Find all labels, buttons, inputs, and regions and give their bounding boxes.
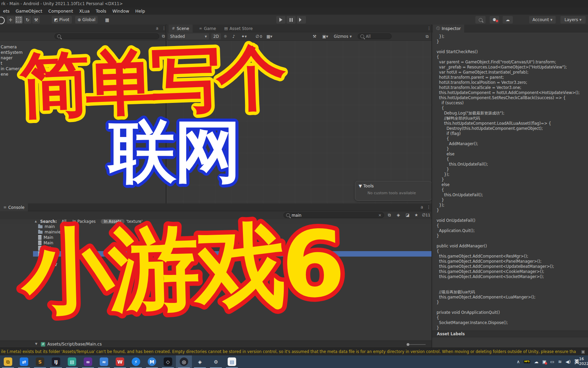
move-tool-icon[interactable]: ✛ bbox=[7, 16, 14, 24]
menu-item[interactable]: Help bbox=[132, 8, 148, 15]
sublime-text-icon[interactable]: S bbox=[32, 355, 48, 368]
visual-studio-icon[interactable]: ∞ bbox=[80, 355, 96, 368]
unity-hub-icon[interactable]: ◇ bbox=[160, 355, 176, 368]
hierarchy-item-fragment[interactable]: ene bbox=[1, 72, 22, 77]
filter-in-assets[interactable]: In Assets bbox=[101, 219, 125, 224]
hierarchy-item-fragment[interactable]: in Camera bbox=[1, 66, 22, 72]
asset-labels-header[interactable]: Asset Labels bbox=[432, 331, 588, 337]
scene-tools-icon[interactable]: ⚒ bbox=[311, 33, 318, 40]
menu-item[interactable]: ets bbox=[0, 8, 13, 15]
effects-dropdown-icon[interactable]: ✦ ▼ bbox=[240, 33, 248, 40]
asset-type-icon[interactable]: ◈ bbox=[397, 212, 400, 218]
hierarchy-item-fragment[interactable]: nager bbox=[1, 55, 22, 61]
custom-tool-icon[interactable]: ⚒ bbox=[32, 16, 40, 24]
settings-icon[interactable]: ⚙ bbox=[208, 355, 224, 368]
rect-tool-icon[interactable] bbox=[15, 16, 22, 24]
hierarchy-item-fragment[interactable]: t bbox=[1, 61, 22, 66]
global-toggle-button[interactable]: ⊕ Global bbox=[75, 16, 98, 24]
notepad-icon[interactable]: ▤ bbox=[224, 355, 240, 368]
hierarchy-search-input[interactable] bbox=[63, 34, 157, 39]
teamviewer-icon[interactable]: ⇄ bbox=[16, 355, 32, 368]
filter-all[interactable]: All bbox=[62, 219, 66, 224]
project-search-field[interactable]: × bbox=[283, 212, 384, 218]
lighting-toggle-icon[interactable]: ☼ bbox=[222, 33, 229, 40]
project-result-row[interactable]: Main bbox=[33, 251, 431, 257]
view-tool-icon[interactable] bbox=[0, 17, 5, 24]
m-app-icon[interactable]: M bbox=[144, 355, 160, 368]
status-message[interactable]: ile (.meta) exists but its folder 'Asset… bbox=[1, 349, 576, 354]
onedrive-cloud-icon[interactable]: ☁ bbox=[534, 359, 538, 364]
blue-swoosh-app-icon[interactable]: ≈ bbox=[96, 355, 112, 368]
lock-icon[interactable]: a bbox=[421, 205, 423, 210]
file-explorer-icon[interactable]: ⧉ bbox=[0, 355, 16, 368]
hierarchy-search-field[interactable] bbox=[54, 33, 159, 39]
open-asset-icon[interactable]: ⧉ bbox=[388, 212, 391, 218]
hidden-count-icon[interactable]: ∅11 bbox=[422, 212, 430, 218]
filter-in-packages[interactable]: In Packages bbox=[72, 219, 96, 224]
tab-scene[interactable]: # Scene bbox=[168, 25, 193, 32]
tab-inspector[interactable]: ⓘ Inspector bbox=[433, 25, 464, 32]
breadcrumb-arrow-icon[interactable]: ▼ bbox=[35, 342, 37, 346]
scene-viewport[interactable]: ▼ Tools No custom tools available bbox=[167, 41, 431, 203]
lock-icon[interactable]: a bbox=[156, 26, 158, 31]
menu-item[interactable]: GameObject bbox=[13, 8, 45, 15]
menu-item[interactable]: Tools bbox=[93, 8, 110, 15]
maximize-icon[interactable]: ⧉ bbox=[426, 34, 429, 39]
favorites-filter-icon[interactable]: ★ bbox=[414, 212, 418, 218]
panel-menu-icon[interactable]: ⋮ bbox=[427, 26, 431, 31]
label-filter-icon[interactable]: ◪ bbox=[406, 212, 409, 218]
card-app-icon[interactable]: ▤ bbox=[64, 355, 80, 368]
layers-dropdown[interactable]: Layers▼ bbox=[560, 16, 586, 24]
menu-item[interactable]: Window bbox=[109, 8, 132, 15]
project-search-input[interactable] bbox=[292, 213, 377, 218]
menu-item[interactable]: XLua bbox=[76, 8, 93, 15]
slider-handle[interactable] bbox=[407, 343, 409, 346]
pause-button[interactable] bbox=[287, 16, 296, 24]
obs-studio-icon[interactable]: ◎ bbox=[176, 355, 192, 368]
ime-english-icon[interactable]: 英 bbox=[574, 359, 579, 365]
tools-overlay-header[interactable]: ▼ Tools bbox=[359, 183, 374, 188]
console-status-icon[interactable]: ▣ bbox=[581, 349, 585, 354]
tab-asset-store[interactable]: ▤ Asset Store bbox=[221, 25, 256, 32]
thumbnail-zoom-slider[interactable] bbox=[407, 344, 426, 345]
project-result-row[interactable]: Main bbox=[33, 240, 431, 246]
tab-console[interactable]: ≡ Console bbox=[0, 203, 28, 211]
project-result-row[interactable]: mainvie bbox=[33, 229, 431, 235]
collapse-arrow-icon[interactable]: ▲ bbox=[35, 220, 37, 223]
shading-mode-dropdown[interactable]: Shaded ▼ bbox=[168, 33, 209, 40]
hfs-icon[interactable]: HFS bbox=[524, 360, 530, 364]
display-alert-icon[interactable]: ▣ bbox=[542, 359, 546, 364]
play-button[interactable] bbox=[276, 16, 285, 24]
gizmos-dropdown[interactable]: Gizmos▼ bbox=[332, 33, 356, 40]
rotate-tool-icon[interactable]: ↻ bbox=[24, 16, 31, 24]
panel-menu-icon[interactable]: ⋮ bbox=[162, 26, 166, 31]
thunder-icon[interactable]: ⚡ bbox=[128, 355, 144, 368]
clear-search-icon[interactable]: × bbox=[378, 213, 381, 217]
battery-icon[interactable]: ▭ bbox=[550, 359, 554, 364]
cloud-button[interactable]: ☁ bbox=[503, 16, 513, 24]
account-dropdown[interactable]: Account▼ bbox=[529, 16, 556, 24]
menu-item[interactable]: Component bbox=[45, 8, 76, 15]
scene-search-field[interactable]: All bbox=[358, 33, 392, 39]
project-result-row[interactable]: MainV bbox=[33, 257, 431, 262]
taskbar-clock[interactable]: 16 2022 bbox=[579, 357, 588, 366]
intellij-idea-icon[interactable]: IJ bbox=[48, 355, 64, 368]
project-result-row[interactable]: Main bbox=[33, 246, 431, 251]
unity-editor-icon[interactable]: ◈ bbox=[192, 355, 208, 368]
editor-search-button[interactable] bbox=[475, 16, 486, 24]
hierarchy-item-fragment[interactable]: Camera bbox=[1, 44, 22, 50]
pivot-toggle-button[interactable]: ◩ Pivot bbox=[52, 16, 72, 24]
panel-menu-icon[interactable]: ⋮ bbox=[427, 205, 431, 210]
hidden-objects-icon[interactable]: ∅0 bbox=[254, 33, 263, 40]
tab-game[interactable]: ∞ Game bbox=[196, 25, 219, 32]
project-result-row[interactable]: Main bbox=[33, 235, 431, 240]
project-result-row[interactable]: MainV bbox=[33, 262, 431, 267]
wifi-icon[interactable]: ≋ bbox=[558, 359, 562, 364]
wps-office-icon[interactable]: W bbox=[112, 355, 128, 368]
project-result-row[interactable]: main bbox=[33, 224, 431, 229]
grid-snap-icon[interactable]: ▦ bbox=[103, 16, 111, 24]
audio-toggle-icon[interactable]: ♪ bbox=[231, 33, 236, 40]
grid-visibility-icon[interactable]: ▦ ▼ bbox=[265, 33, 274, 40]
2d-toggle-button[interactable]: 2D bbox=[211, 33, 221, 40]
collab-button[interactable]: ⚉ bbox=[490, 16, 499, 24]
